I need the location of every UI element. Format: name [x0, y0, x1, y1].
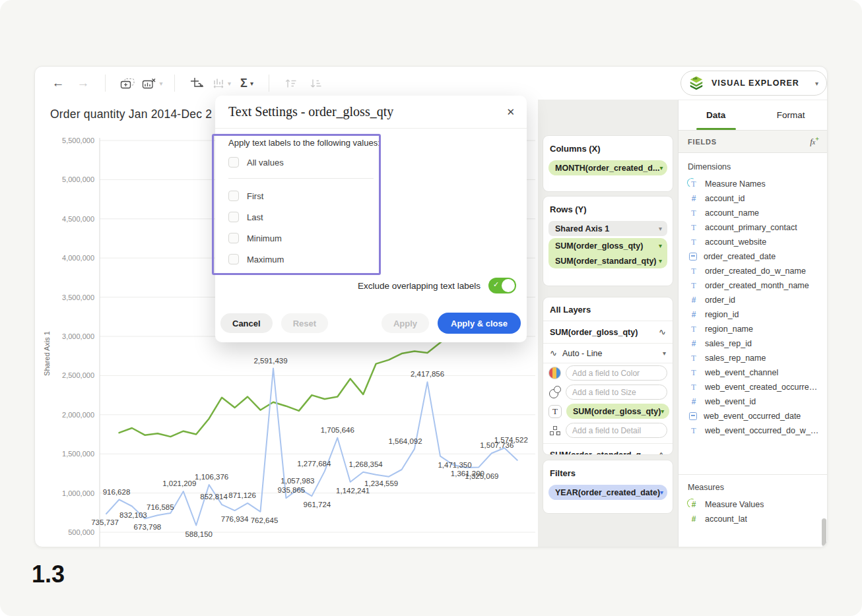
- pill-label: Shared Axis 1: [555, 224, 609, 233]
- checkbox-row[interactable]: Minimum: [228, 231, 514, 245]
- exclude-overlap-toggle[interactable]: ✓: [488, 278, 516, 293]
- sort-ascending-icon[interactable]: [281, 73, 302, 94]
- field-item[interactable]: Tweb_event_channel: [679, 365, 828, 380]
- field-item[interactable]: #web_event_id: [679, 394, 828, 409]
- check-icon: ✓: [493, 280, 499, 289]
- field-item[interactable]: Torder_created_do_w_name: [679, 264, 828, 278]
- duplicate-chart-icon[interactable]: [117, 73, 138, 94]
- rows-pill-sum-order-gloss-qty[interactable]: SUM(order_gloss_qty) ▾: [548, 238, 667, 253]
- close-icon[interactable]: ✕: [506, 106, 515, 118]
- text-icon: T: [689, 237, 698, 247]
- apply-and-close-button[interactable]: Apply & close: [438, 313, 521, 334]
- field-item[interactable]: TMeasure Names: [679, 177, 828, 191]
- checkbox-row[interactable]: Last: [228, 210, 514, 224]
- checkbox[interactable]: [228, 191, 239, 201]
- tab-data[interactable]: Data: [679, 100, 754, 130]
- data-label: 1,574,522: [494, 436, 528, 444]
- aggregate-sigma-icon[interactable]: Σ ▾: [236, 73, 257, 94]
- back-icon[interactable]: ←: [48, 73, 69, 94]
- placeholder: Add a field to Detail: [572, 426, 641, 435]
- sort-descending-icon[interactable]: [306, 73, 327, 94]
- bar-size-icon[interactable]: ▾: [211, 73, 232, 94]
- toolbar-divider: [269, 75, 269, 92]
- chevron-down-icon: ▾: [659, 164, 663, 171]
- field-item[interactable]: web_event_occurred_date: [679, 409, 828, 423]
- size-encoding-row: Add a field to Size: [543, 383, 673, 402]
- layer-sum-order-gloss-qty[interactable]: SUM(order_gloss_qty) ∿: [543, 321, 673, 343]
- checkbox-row[interactable]: All values: [228, 156, 514, 169]
- dimensions-section: Dimensions TMeasure Names#account_idTacc…: [679, 153, 828, 438]
- field-item[interactable]: Tregion_name: [679, 322, 828, 336]
- checkbox[interactable]: [228, 254, 239, 264]
- field-item[interactable]: Tweb_event_created_occurred_na...: [679, 380, 828, 394]
- field-item[interactable]: #account_id: [679, 191, 828, 206]
- swap-axes-icon[interactable]: [186, 73, 207, 94]
- shared-axis-pill[interactable]: Shared Axis 1 ▾: [548, 221, 667, 236]
- field-item[interactable]: Taccount_name: [679, 206, 828, 220]
- forward-icon[interactable]: →: [73, 73, 94, 94]
- y-tick-label: 2,500,000: [62, 371, 94, 379]
- checkbox[interactable]: [228, 157, 239, 168]
- checkbox[interactable]: [228, 233, 239, 243]
- reset-button[interactable]: Reset: [281, 313, 328, 333]
- y-tick-label: 1,000,000: [62, 489, 94, 497]
- text-icon: T: [689, 368, 698, 377]
- field-item[interactable]: Taccount_primary_contact: [679, 220, 828, 235]
- text-pill-sum-order-gloss-qty[interactable]: SUM(order_gloss_qty) ▾: [566, 404, 669, 419]
- checkbox-row[interactable]: First: [228, 189, 514, 202]
- data-label: 762,645: [251, 516, 279, 524]
- fields-panel: Data Format FIELDS fx+ Dimensions TMeasu…: [678, 100, 828, 547]
- layer-label: SUM(order_standard_q...: [550, 450, 648, 455]
- measure-names-icon: T: [689, 179, 698, 189]
- fields-header-label: FIELDS: [688, 138, 717, 146]
- rows-pill-sum-order-standard-qty[interactable]: SUM(order_standard_qty) ▾: [548, 253, 667, 268]
- field-item[interactable]: #Measure Values: [679, 497, 828, 512]
- checkbox-list: All valuesFirstLastMinimumMaximum: [228, 156, 514, 266]
- measure-values-icon: #: [689, 500, 698, 509]
- field-item[interactable]: Taccount_website: [679, 235, 828, 249]
- color-icon: [548, 367, 561, 379]
- y-tick-label: 5,500,000: [62, 137, 94, 144]
- all-layers-panel: All Layers SUM(order_gloss_qty) ∿ ∿ Auto…: [543, 297, 673, 454]
- scrollbar-thumb[interactable]: [822, 518, 826, 546]
- remove-chart-icon[interactable]: ▾: [142, 73, 163, 94]
- y-tick-label: 1,500,000: [62, 450, 94, 458]
- field-label: web_event_occurred_date: [704, 412, 801, 421]
- size-field-dropzone[interactable]: Add a field to Size: [566, 385, 667, 400]
- field-item[interactable]: #region_id: [679, 307, 828, 322]
- tab-format[interactable]: Format: [754, 100, 828, 130]
- apply-button[interactable]: Apply: [381, 313, 429, 333]
- field-item[interactable]: #account_lat: [679, 512, 828, 526]
- add-formula-icon[interactable]: fx+: [810, 135, 819, 147]
- measures-list: #Measure Values#account_lat: [679, 497, 828, 526]
- date-icon: [689, 253, 697, 261]
- layer-label: SUM(order_gloss_qty): [550, 328, 638, 337]
- chevron-down-icon: ▾: [659, 257, 662, 264]
- checkbox-row[interactable]: Maximum: [228, 253, 514, 266]
- checkbox[interactable]: [228, 212, 239, 222]
- line-mark-icon: ∿: [659, 450, 666, 454]
- field-item[interactable]: Torder_created_month_name: [679, 278, 828, 293]
- detail-field-dropzone[interactable]: Add a field to Detail: [566, 423, 667, 438]
- y-tick-label: 2,000,000: [62, 411, 94, 419]
- field-item[interactable]: Tsales_rep_name: [679, 351, 828, 365]
- field-item[interactable]: Tweb_event_occurred_do_w_name: [679, 423, 828, 438]
- layer-sum-order-standard-qty[interactable]: SUM(order_standard_q... ∿: [543, 443, 673, 454]
- modal-header: Text Settings - order_gloss_qty ✕: [215, 96, 527, 129]
- cancel-button[interactable]: Cancel: [220, 313, 273, 333]
- data-label: 588,150: [185, 530, 213, 538]
- field-label: account_primary_contact: [705, 223, 797, 232]
- field-item[interactable]: order_created_date: [679, 249, 828, 264]
- visual-explorer-button[interactable]: VISUAL EXPLORER ▾: [680, 71, 827, 96]
- data-label: 735,737: [91, 518, 119, 526]
- field-label: order_created_month_name: [705, 281, 809, 290]
- modal-body: Apply text labels to the following value…: [215, 129, 527, 266]
- field-item[interactable]: #sales_rep_id: [679, 336, 828, 351]
- chevron-down-icon: ▾: [228, 80, 231, 87]
- mark-type-dropdown[interactable]: ∿ Auto - Line ▾: [543, 343, 673, 363]
- data-label: 673,798: [134, 523, 162, 531]
- field-item[interactable]: #order_id: [679, 293, 828, 307]
- color-field-dropzone[interactable]: Add a field to Color: [566, 365, 667, 381]
- columns-pill-month-order-created-date[interactable]: MONTH(order_created_d... ▾: [548, 160, 667, 175]
- filter-pill-year-order-created-date[interactable]: YEAR(order_created_date) ▾: [548, 485, 667, 500]
